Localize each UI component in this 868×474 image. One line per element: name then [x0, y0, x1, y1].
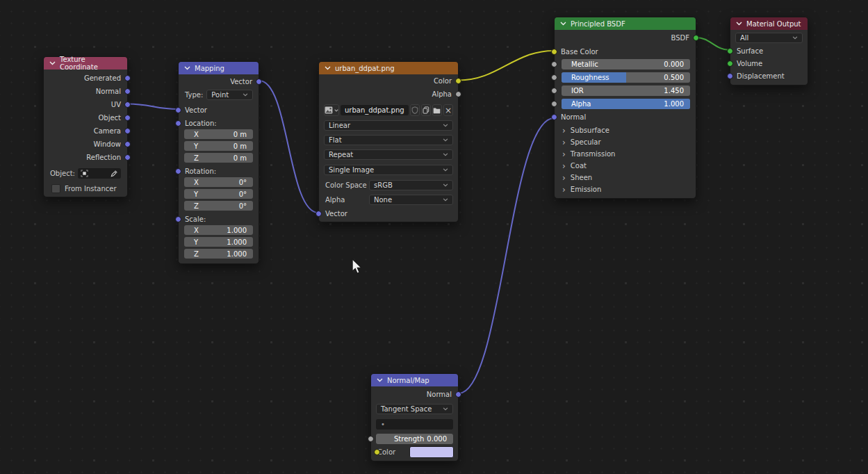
socket-base-color[interactable]	[551, 49, 557, 55]
socket-bsdf-out[interactable]	[693, 35, 699, 41]
scale-z-field[interactable]: Z1.000	[184, 249, 253, 259]
socket-alpha-out[interactable]	[455, 91, 461, 97]
type-row: Type: Point	[185, 90, 253, 100]
location-y-field[interactable]: Y0 m	[184, 141, 253, 151]
socket-color-out[interactable]	[455, 78, 461, 84]
collapse-chevron-icon[interactable]	[325, 66, 331, 70]
socket-color-in[interactable]	[374, 449, 380, 455]
interpolation-dropdown[interactable]: Linear	[324, 120, 453, 131]
socket-displacement[interactable]	[727, 73, 733, 79]
node-header[interactable]: Texture Coordinate	[44, 57, 127, 70]
socket-volume[interactable]	[727, 60, 733, 67]
dropdown-chevron-icon	[443, 124, 448, 127]
panel-subsurface[interactable]: ›Subsurface	[555, 124, 696, 136]
collapse-chevron-icon[interactable]	[736, 22, 742, 26]
socket-window[interactable]	[124, 141, 131, 147]
output-window: Window	[44, 138, 127, 151]
input-vector: Vector	[319, 206, 458, 220]
object-field[interactable]	[78, 168, 121, 179]
socket-normal[interactable]	[124, 88, 131, 95]
dropdown-chevron-icon	[243, 93, 248, 97]
panel-specular[interactable]: ›Specular	[555, 136, 696, 148]
collapse-chevron-icon[interactable]	[560, 22, 566, 26]
panel-sheen[interactable]: ›Sheen	[555, 172, 696, 183]
target-dropdown[interactable]: All	[735, 33, 803, 43]
node-editor-canvas[interactable]: Texture Coordinate Generated Normal UV O…	[0, 0, 868, 474]
socket-roughness[interactable]	[551, 74, 557, 81]
socket-ior[interactable]	[551, 88, 557, 94]
node-header[interactable]: Principled BSDF	[555, 17, 696, 30]
socket-strength[interactable]	[368, 436, 374, 442]
socket-normal[interactable]	[551, 114, 557, 120]
panel-transmission[interactable]: ›Transmission	[555, 148, 696, 160]
socket-alpha[interactable]	[551, 101, 557, 107]
chevron-right-icon: ›	[562, 150, 566, 158]
rotation-x-field[interactable]: X0°	[184, 177, 253, 187]
copy-icon	[423, 106, 429, 114]
dropdown-chevron-icon	[443, 168, 448, 172]
socket-surface[interactable]	[727, 48, 733, 54]
eyedropper-icon[interactable]	[110, 170, 118, 177]
node-mapping: Mapping Vector Type: Point Vector Locati…	[178, 61, 259, 264]
image-datablock-button[interactable]	[324, 104, 339, 116]
extension-dropdown[interactable]: Repeat	[324, 149, 453, 160]
wire-uv-to-mapping	[128, 104, 178, 110]
collapse-chevron-icon[interactable]	[49, 61, 56, 65]
roughness-slider[interactable]: Roughness 0.500	[562, 72, 690, 83]
panel-coat[interactable]: ›Coat	[555, 160, 696, 172]
rotation-z-field[interactable]: Z0°	[184, 201, 253, 211]
alpha-row: Alpha 1.000	[555, 99, 696, 109]
socket-camera[interactable]	[124, 128, 131, 134]
scale-y-field[interactable]: Y1.000	[184, 237, 253, 247]
node-header[interactable]: urban_ddpat.png	[319, 62, 458, 74]
socket-metallic[interactable]	[551, 61, 557, 67]
socket-location[interactable]	[175, 120, 181, 126]
location-z-field[interactable]: Z0 m	[184, 153, 253, 163]
socket-object[interactable]	[124, 115, 131, 121]
node-header[interactable]: Material Output	[730, 17, 808, 30]
rotation-y-field[interactable]: Y0°	[184, 189, 253, 199]
socket-normal-out[interactable]	[455, 391, 461, 398]
uv-map-field[interactable]: •	[376, 419, 453, 430]
scale-x-field[interactable]: X1.000	[184, 225, 253, 235]
image-browser-row: urban_ddpat.png ×	[324, 104, 453, 116]
type-dropdown[interactable]: Point	[206, 90, 253, 100]
image-name-field[interactable]: urban_ddpat.png	[341, 105, 409, 115]
node-header[interactable]: Normal/Map	[371, 374, 458, 386]
open-image-button[interactable]	[432, 104, 442, 116]
alpha-slider[interactable]: Alpha 1.000	[562, 99, 690, 109]
location-x-field[interactable]: X0 m	[184, 129, 253, 139]
socket-reflection[interactable]	[124, 154, 131, 161]
source-dropdown[interactable]: Single Image	[324, 165, 453, 175]
strength-slider[interactable]: Strength 0.000	[376, 434, 453, 444]
color-swatch[interactable]	[409, 446, 454, 458]
socket-vector-in[interactable]	[316, 211, 322, 217]
unlink-image-button[interactable]: ×	[443, 104, 453, 116]
collapse-chevron-icon[interactable]	[184, 66, 190, 70]
collapse-chevron-icon[interactable]	[377, 378, 383, 382]
socket-uv[interactable]	[124, 101, 131, 108]
chevron-right-icon: ›	[562, 126, 566, 135]
color-space-dropdown[interactable]: sRGB	[369, 180, 453, 190]
socket-vector-in[interactable]	[175, 107, 181, 113]
projection-dropdown[interactable]: Flat	[324, 135, 453, 145]
input-scale: Scale:	[179, 213, 259, 225]
socket-vector-out[interactable]	[256, 79, 262, 85]
socket-scale[interactable]	[175, 216, 181, 222]
input-location: Location:	[179, 117, 259, 129]
object-row: Object:	[50, 167, 121, 179]
panel-emission[interactable]: ›Emission	[555, 183, 696, 195]
node-header[interactable]: Mapping	[179, 62, 259, 74]
space-dropdown[interactable]: Tangent Space	[376, 404, 453, 414]
new-image-button[interactable]	[421, 104, 431, 116]
node-title: Texture Coordinate	[60, 56, 122, 71]
from-instancer-checkbox[interactable]	[51, 184, 60, 193]
alpha-mode-dropdown[interactable]: None	[369, 195, 453, 205]
mouse-cursor	[351, 258, 364, 277]
socket-generated[interactable]	[124, 75, 131, 81]
socket-rotation[interactable]	[175, 168, 181, 174]
fake-user-button[interactable]	[410, 104, 420, 116]
ior-slider[interactable]: IOR 1.450	[562, 85, 690, 96]
from-instancer-label: From Instancer	[65, 185, 117, 193]
metallic-slider[interactable]: Metallic 0.000	[562, 59, 690, 70]
